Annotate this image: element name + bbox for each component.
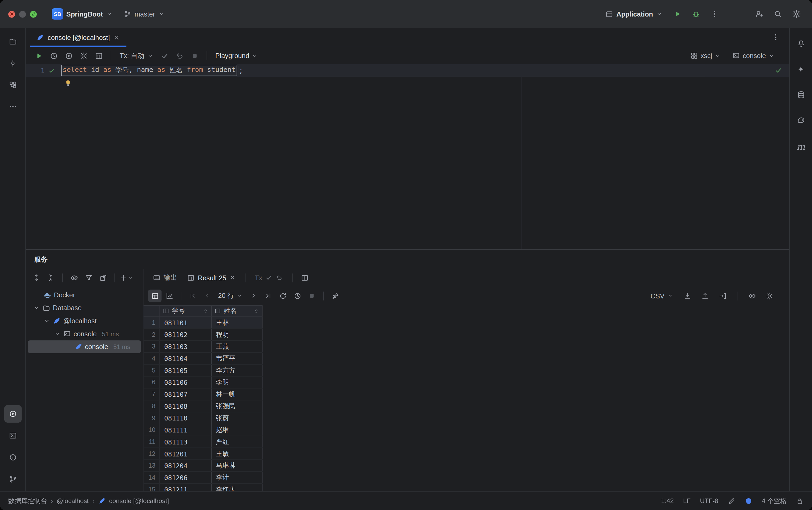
- cell-student-id[interactable]: 081204: [160, 460, 212, 471]
- pin-tab-button[interactable]: [328, 290, 342, 302]
- encoding-widget[interactable]: UTF-8: [700, 497, 718, 504]
- run-button[interactable]: [670, 7, 685, 21]
- result-row[interactable]: 14081206李计: [143, 472, 262, 484]
- cell-student-name[interactable]: 张蔚: [212, 412, 263, 424]
- rollback-icon[interactable]: [276, 274, 283, 281]
- expand-all-button[interactable]: [30, 272, 43, 284]
- stop-button[interactable]: [188, 50, 201, 62]
- tree-item-console[interactable]: console51 ms: [28, 340, 141, 353]
- result-row[interactable]: 3081103王燕: [143, 341, 262, 353]
- project-selector[interactable]: SB SpringBoot: [48, 6, 116, 22]
- chevron-down-icon[interactable]: [44, 318, 50, 324]
- page-size-selector[interactable]: 20 行: [215, 290, 246, 302]
- services-tool-button[interactable]: [4, 405, 22, 423]
- commit-tx-button[interactable]: [158, 50, 171, 62]
- services-panel-header[interactable]: 服务: [26, 250, 789, 269]
- window-close-button[interactable]: [8, 11, 15, 17]
- schema-selector[interactable]: xscj: [687, 50, 724, 61]
- cell-student-name[interactable]: 李方方: [212, 365, 263, 376]
- execute-button[interactable]: [32, 50, 46, 62]
- notifications-button[interactable]: [792, 34, 810, 52]
- run-config-selector[interactable]: Application: [602, 8, 666, 20]
- sql-statement[interactable]: select id as 学号, name as 姓名 from student…: [61, 65, 243, 76]
- tree-item-database[interactable]: Database: [28, 301, 141, 314]
- highlighting-level-widget[interactable]: [728, 497, 735, 505]
- gradle-tool-button[interactable]: [792, 112, 810, 130]
- split-layout-button[interactable]: [298, 272, 312, 284]
- tree-item-docker[interactable]: Docker: [28, 289, 141, 302]
- sql-editor[interactable]: 1 select id as 学号, name as 姓名 from stude…: [26, 64, 789, 249]
- add-service-button[interactable]: [120, 272, 133, 284]
- cell-student-id[interactable]: 081104: [160, 353, 212, 364]
- session-selector[interactable]: console: [729, 50, 778, 61]
- chart-view-button[interactable]: [163, 290, 176, 302]
- protection-status-widget[interactable]: [745, 497, 752, 505]
- cell-student-id[interactable]: 081113: [160, 436, 212, 448]
- caret-position-widget[interactable]: 1:42: [661, 497, 674, 504]
- maven-tool-button[interactable]: m: [792, 138, 810, 155]
- playground-selector[interactable]: Playground: [212, 50, 261, 61]
- more-actions-button[interactable]: [707, 7, 722, 21]
- console-settings-button[interactable]: [77, 50, 91, 62]
- next-page-button[interactable]: [247, 290, 261, 302]
- cell-student-id[interactable]: 081102: [160, 329, 212, 340]
- cell-student-name[interactable]: 林一帆: [212, 389, 263, 400]
- more-tools-button[interactable]: [4, 98, 22, 115]
- cell-student-name[interactable]: 马琳琳: [212, 460, 263, 471]
- import-button[interactable]: [680, 290, 694, 302]
- column-header-student-name[interactable]: 姓名: [212, 306, 263, 316]
- cell-student-name[interactable]: 王燕: [212, 341, 263, 352]
- result-row[interactable]: 1081101王林: [143, 317, 262, 329]
- browse-data-button[interactable]: [92, 50, 106, 62]
- version-control-tool-button[interactable]: [4, 470, 22, 488]
- ai-assistant-button[interactable]: [792, 60, 810, 78]
- chevron-down-icon[interactable]: [54, 331, 60, 337]
- debug-button[interactable]: [689, 7, 703, 21]
- result-row[interactable]: 10081111赵琳: [143, 424, 262, 436]
- query-history-button[interactable]: [47, 50, 61, 62]
- export-format-selector[interactable]: CSV: [647, 290, 676, 301]
- cell-student-id[interactable]: 081108: [160, 400, 212, 412]
- cell-student-id[interactable]: 081107: [160, 389, 212, 400]
- commit-check-icon[interactable]: [265, 274, 272, 281]
- view-options-button[interactable]: [67, 272, 81, 284]
- database-tool-button[interactable]: [792, 86, 810, 104]
- editor-tab-console[interactable]: console [@localhost]: [30, 28, 126, 47]
- chevron-down-icon[interactable]: [33, 305, 40, 311]
- cell-student-id[interactable]: 081105: [160, 365, 212, 376]
- branch-selector[interactable]: master: [120, 8, 168, 20]
- tree-item-console[interactable]: console51 ms: [28, 328, 141, 341]
- reload-page-button[interactable]: [276, 290, 290, 302]
- cell-student-name[interactable]: 李红庆: [212, 484, 263, 491]
- result-row[interactable]: 12081201王敏: [143, 448, 262, 460]
- cell-student-id[interactable]: 081111: [160, 424, 212, 436]
- tx-mode-selector[interactable]: Tx: 自动: [116, 50, 156, 62]
- indent-widget[interactable]: 4 个空格: [762, 497, 787, 505]
- search-everywhere-button[interactable]: [771, 7, 785, 21]
- settings-button[interactable]: [789, 7, 804, 21]
- result-row[interactable]: 5081105李方方: [143, 365, 262, 377]
- structure-tool-button[interactable]: [4, 76, 22, 94]
- sort-icon[interactable]: [253, 308, 259, 314]
- rollback-tx-button[interactable]: [173, 50, 186, 62]
- grid-view-options-button[interactable]: [745, 290, 759, 302]
- result-row[interactable]: 7081107林一帆: [143, 389, 262, 400]
- cell-student-name[interactable]: 赵琳: [212, 424, 263, 436]
- close-icon[interactable]: [229, 275, 235, 281]
- sort-icon[interactable]: [202, 308, 209, 314]
- table-view-button[interactable]: [148, 290, 162, 302]
- close-icon[interactable]: [114, 34, 120, 40]
- cell-student-name[interactable]: 程明: [212, 329, 263, 340]
- column-header-student-id[interactable]: 学号: [160, 306, 212, 316]
- tree-item-@localhost[interactable]: @localhost: [28, 314, 141, 328]
- open-in-new-tab-button[interactable]: [96, 272, 110, 284]
- terminal-tool-button[interactable]: [4, 427, 22, 445]
- result-row[interactable]: 15081211李红庆: [143, 484, 262, 491]
- editor-tab-options-button[interactable]: [768, 30, 783, 45]
- tab-output[interactable]: 输出: [149, 271, 181, 285]
- breadcrumb-item[interactable]: 数据库控制台: [8, 497, 47, 505]
- result-row[interactable]: 2081102程明: [143, 329, 262, 341]
- cell-student-id[interactable]: 081101: [160, 317, 212, 329]
- export-button[interactable]: [698, 290, 712, 302]
- line-separator-widget[interactable]: LF: [683, 497, 691, 504]
